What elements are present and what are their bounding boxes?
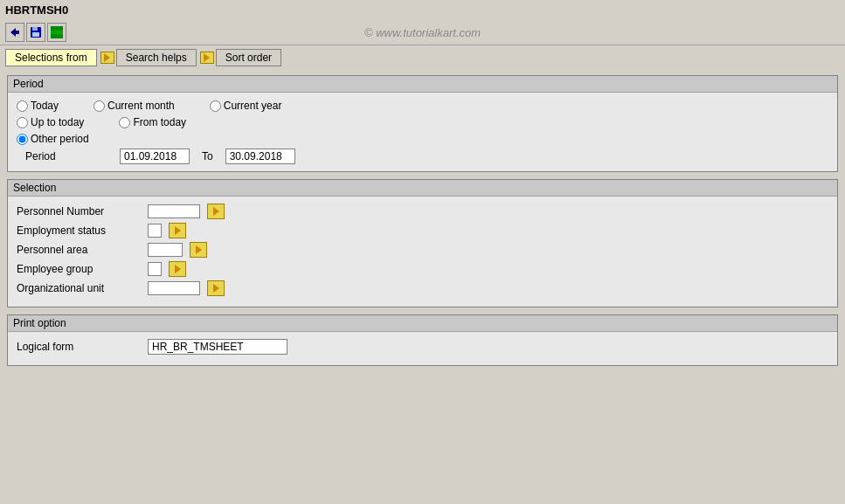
tab-selections-from-label: Selections from [15,52,87,64]
search-helps-arrow [100,52,114,64]
print-row-logical-form: Logical form [17,339,828,355]
period-section-content: Today Current month Current year Up to t… [8,93,837,171]
back-icon[interactable] [5,23,24,42]
svg-rect-4 [51,26,63,31]
radio-current-year-input[interactable] [210,100,221,112]
radio-current-month-label: Current month [107,100,175,112]
radio-other-period[interactable]: Other period [17,133,89,145]
radio-from-today-input[interactable] [119,117,130,128]
radio-up-to-today-label: Up to today [31,116,84,128]
period-from-input[interactable] [120,148,190,164]
radio-from-today-label: From today [133,116,186,128]
radio-other-period-input[interactable] [17,134,28,145]
sel-row-personnel-area: Personnel area [17,242,828,258]
tab-selections-from[interactable]: Selections from [5,49,97,66]
radio-up-to-today[interactable]: Up to today [17,116,84,128]
sel-arrow-employee-group[interactable] [169,261,186,277]
sel-label-personnel-area: Personnel area [17,244,148,256]
svg-rect-6 [51,34,63,38]
tab-sort-order-label: Sort order [225,52,272,64]
tab-search-helps[interactable]: Search helps [116,49,197,66]
sort-order-arrow [200,52,214,64]
period-section-title: Period [8,76,837,93]
period-row-3: Other period [17,133,828,145]
sel-input-employment-status[interactable] [148,224,162,238]
tab-bar: Selections from Search helps Sort order [0,45,845,70]
print-section-content: Logical form [8,332,837,365]
toolbar: © www.tutorialkart.com [0,20,845,45]
period-section: Period Today Current month Current year [7,75,838,172]
sel-label-organizational-unit: Organizational unit [17,282,148,294]
sel-row-employee-group: Employee group [17,261,828,277]
print-section: Print option Logical form [7,314,838,366]
sel-arrow-personnel-area[interactable] [190,242,207,258]
sel-input-personnel-number[interactable] [148,204,200,218]
tab-sort-order[interactable]: Sort order [216,49,281,66]
period-row-2: Up to today From today [17,116,828,128]
sel-input-employee-group[interactable] [148,262,162,276]
svg-rect-2 [32,27,38,31]
radio-up-to-today-input[interactable] [17,117,28,128]
period-row-1: Today Current month Current year [17,100,828,112]
save-icon[interactable] [26,23,45,42]
radio-current-month-input[interactable] [94,100,105,112]
sel-arrow-organizational-unit[interactable] [207,280,225,296]
period-to-input[interactable] [225,148,295,164]
toolbar-icons [5,23,66,42]
title-bar: HBRTMSH0 [0,0,845,20]
window-title: HBRTMSH0 [5,3,68,17]
radio-today[interactable]: Today [17,100,59,112]
selection-section-content: Personnel Number Employment status Perso… [8,197,837,307]
sel-label-employment-status: Employment status [17,224,148,237]
radio-current-year[interactable]: Current year [210,100,282,112]
watermark: © www.tutorialkart.com [364,26,481,39]
sel-row-organizational-unit: Organizational unit [17,280,828,296]
radio-from-today[interactable]: From today [119,116,186,128]
selection-section-title: Selection [8,180,837,197]
sel-label-employee-group: Employee group [17,263,148,275]
svg-rect-5 [51,31,63,34]
sel-arrow-employment-status[interactable] [169,223,186,238]
radio-current-month[interactable]: Current month [94,100,175,112]
main-content: Period Today Current month Current year [0,70,845,378]
period-field-row: Period To [17,148,828,164]
find-icon[interactable] [47,23,66,42]
print-input-logical-form[interactable] [148,339,287,355]
svg-marker-0 [10,28,19,37]
period-to-label: To [202,150,213,162]
sel-label-personnel-number: Personnel Number [17,205,148,217]
sel-arrow-personnel-number[interactable] [207,204,225,219]
radio-today-label: Today [31,100,59,112]
period-field-label: Period [25,150,113,162]
print-section-title: Print option [8,315,837,332]
radio-other-period-label: Other period [31,133,89,145]
radio-current-year-label: Current year [224,100,282,112]
sel-row-personnel-number: Personnel Number [17,204,828,219]
selection-section: Selection Personnel Number Employment st… [7,179,838,307]
svg-rect-3 [32,32,39,37]
tab-search-helps-label: Search helps [126,52,187,64]
sel-input-personnel-area[interactable] [148,243,183,257]
print-label-logical-form: Logical form [17,341,148,353]
sel-row-employment-status: Employment status [17,223,828,238]
sel-input-organizational-unit[interactable] [148,281,200,295]
radio-today-input[interactable] [17,100,28,112]
